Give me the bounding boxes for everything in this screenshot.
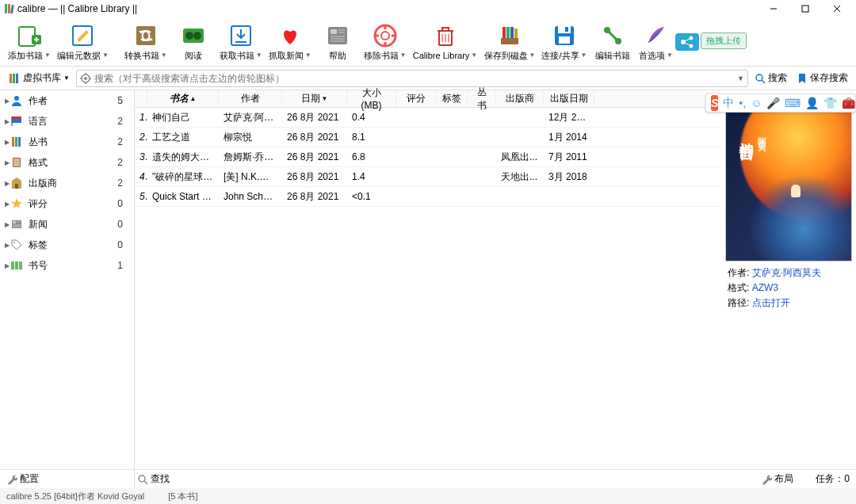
find-label: 查找	[151, 472, 170, 486]
sidebar-item-languages[interactable]: ▶ 语言 2	[0, 111, 134, 132]
ime-toolbox-icon[interactable]: 🧰	[842, 97, 855, 109]
table-row[interactable]: 1神们自己艾萨克·阿西莫...26 8月 20210.412月 2014	[135, 108, 721, 128]
preferences-button[interactable]: 首选项▼	[636, 22, 675, 62]
remove-label: 移除书籍	[364, 50, 399, 62]
read-icon	[180, 22, 207, 49]
author-link[interactable]: 艾萨克·阿西莫夫	[752, 267, 821, 278]
convert-books-button[interactable]: 转换书籍▼	[121, 21, 170, 63]
minimize-button[interactable]	[758, 0, 789, 17]
cell-date: 26 8月 2021	[282, 151, 347, 164]
cell-title: Quick Start Guide	[147, 191, 219, 202]
search-icon	[755, 73, 766, 84]
sidebar-item-rating[interactable]: ▶ 评分 0	[0, 193, 134, 214]
layout-button[interactable]: 布局	[761, 472, 793, 486]
save-to-disk-button[interactable]: 保存到磁盘▼	[481, 21, 539, 63]
table-row[interactable]: 3遗失的姆大陆之...詹姆斯·乔治瓦...26 8月 20216.8凤凰出...…	[135, 147, 721, 167]
cell-date: 26 8月 2021	[282, 131, 347, 144]
config-button[interactable]: 配置	[6, 472, 39, 486]
help-button[interactable]: 帮助	[315, 21, 361, 63]
gear-icon[interactable]	[80, 73, 91, 84]
connect-share-button[interactable]: 连接/共享▼	[538, 21, 590, 63]
cell-author: [美] N.K.杰米...	[219, 170, 282, 184]
table-row[interactable]: 4"破碎的星球" (...[美] N.K.杰米...26 8月 20211.4天…	[135, 167, 721, 187]
ime-toolbar[interactable]: S 中 •, ☺ 🎤 ⌨ 👤 👕 🧰	[705, 94, 856, 113]
share-node-icon	[675, 33, 699, 51]
svg-rect-70	[13, 158, 20, 166]
chevron-down-icon[interactable]: ▼	[737, 74, 744, 82]
book-cover[interactable]: 阿西莫夫：神们自己	[725, 95, 852, 262]
search-input[interactable]	[94, 73, 734, 84]
jobs-button[interactable]: 任务：0	[816, 472, 850, 486]
col-size[interactable]: 大小 (MB)	[347, 90, 396, 107]
sidebar: ▶ 作者 5 ▶ 语言 2 ▶ 丛书 2 ▶ 格式 2 ▶ 出版商 2	[0, 90, 135, 504]
col-author[interactable]: 作者	[219, 90, 282, 107]
col-pubdate[interactable]: 出版日期	[544, 90, 594, 107]
sidebar-item-label: 评分	[29, 197, 117, 211]
col-publisher[interactable]: 出版商	[496, 90, 544, 107]
col-tags[interactable]: 标签	[436, 90, 468, 107]
ime-mic-icon[interactable]: 🎤	[766, 97, 780, 109]
add-books-button[interactable]: 添加书籍▼	[5, 21, 54, 63]
edit-book-button[interactable]: 编辑书籍	[590, 21, 636, 63]
book-list: 书名▲ 作者 日期▼ 大小 (MB) 评分 标签 丛书 出版商 出版日期 1神们…	[135, 90, 721, 504]
drag-upload-button[interactable]: 拖拽上传	[701, 32, 747, 49]
remove-books-button[interactable]: 移除书籍▼	[361, 21, 410, 63]
help-label: 帮助	[329, 50, 346, 62]
cell-title: 神们自己	[147, 111, 219, 124]
search-button[interactable]: 搜索	[751, 70, 790, 86]
col-title[interactable]: 书名▲	[147, 90, 219, 107]
ime-keyboard-icon[interactable]: ⌨	[785, 97, 801, 109]
ime-punct-icon[interactable]: •,	[739, 97, 746, 109]
sidebar-item-formats[interactable]: ▶ 格式 2	[0, 152, 134, 173]
ime-user-icon[interactable]: 👤	[805, 97, 819, 109]
svg-rect-12	[136, 26, 155, 45]
sidebar-item-series[interactable]: ▶ 丛书 2	[0, 132, 134, 152]
table-row[interactable]: 5Quick Start GuideJohn Schember26 8月 202…	[135, 187, 721, 207]
search-field-wrapper: ▼	[76, 70, 748, 87]
footer-bar: 配置 查找 布局 任务：0	[0, 469, 856, 488]
svg-rect-71	[15, 184, 18, 189]
sidebar-item-count: 1	[117, 260, 129, 271]
trash-icon	[432, 23, 459, 50]
sidebar-item-publishers[interactable]: ▶ 出版商 2	[0, 173, 134, 193]
sidebar-item-tags[interactable]: ▶ 标签 0	[0, 235, 134, 255]
titlebar: calibre — || Calibre Library ||	[0, 0, 856, 17]
ime-cn-label[interactable]: 中	[723, 96, 734, 110]
find-button[interactable]: 查找	[137, 472, 170, 486]
barcode-icon	[10, 258, 24, 273]
fetch-news-button[interactable]: 抓取新闻▼	[266, 21, 315, 63]
edit-metadata-button[interactable]: 编辑元数据▼	[54, 21, 112, 63]
cell-index: 4	[135, 171, 147, 182]
chevron-down-icon: ▼	[161, 52, 167, 59]
sidebar-item-identifiers[interactable]: ▶ 书号 1	[0, 255, 134, 276]
sidebar-item-news[interactable]: ▶ 新闻 0	[0, 214, 134, 235]
svg-line-85	[144, 481, 147, 484]
maximize-button[interactable]	[789, 0, 821, 17]
col-rating[interactable]: 评分	[396, 90, 436, 107]
connect-label: 连接/共享	[541, 50, 579, 62]
sogou-logo-icon[interactable]: S	[711, 95, 718, 111]
connect-icon	[599, 22, 626, 49]
virtual-library-button[interactable]: 虚拟书库 ▼	[5, 70, 73, 86]
save-search-button[interactable]: 保存搜索	[793, 70, 851, 86]
ime-smiley-icon[interactable]: ☺	[751, 97, 762, 109]
read-label: 阅读	[185, 50, 202, 62]
chevron-down-icon: ▼	[400, 52, 407, 59]
path-link[interactable]: 点击打开	[752, 297, 790, 308]
chevron-down-icon: ▼	[667, 52, 673, 59]
close-button[interactable]	[821, 0, 853, 17]
read-button[interactable]: 阅读	[170, 21, 216, 63]
format-link[interactable]: AZW3	[752, 282, 778, 293]
col-index[interactable]	[135, 90, 147, 107]
table-row[interactable]: 2工艺之道柳宗悦26 8月 20218.11月 2014	[135, 128, 721, 147]
ime-skin-icon[interactable]: 👕	[824, 97, 837, 109]
library-button[interactable]: Calibre Library▼	[410, 21, 481, 62]
detail-panel: 阿西莫夫：神们自己 作者: 艾萨克·阿西莫夫 格式: AZW3 路径: 点击打开	[721, 90, 856, 504]
col-series[interactable]: 丛书	[468, 90, 496, 107]
col-date[interactable]: 日期▼	[282, 90, 347, 107]
bookmark-icon	[797, 73, 808, 84]
sidebar-item-authors[interactable]: ▶ 作者 5	[0, 90, 134, 111]
cell-index: 3	[135, 151, 147, 162]
fetch-books-button[interactable]: 获取书籍▼	[216, 21, 266, 63]
cell-pubdate: 3月 2018	[544, 170, 594, 184]
